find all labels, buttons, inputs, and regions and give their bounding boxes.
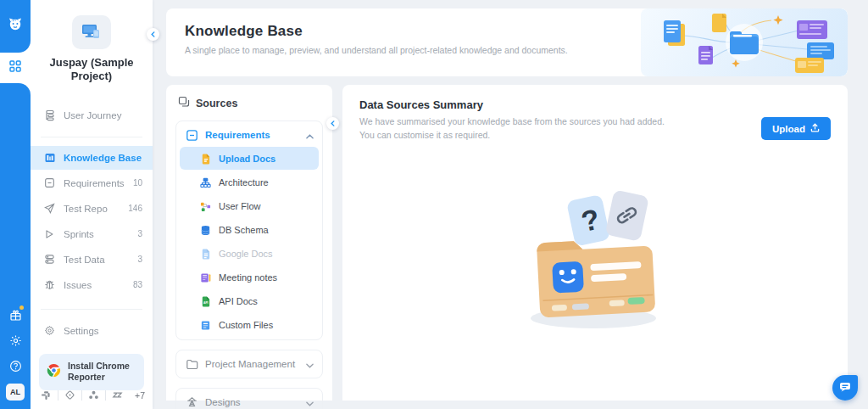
empty-state-illustration: ?	[359, 182, 831, 339]
gear-icon[interactable]	[0, 328, 31, 353]
chevron-down-icon	[306, 356, 314, 372]
project-icon[interactable]	[72, 15, 111, 49]
user-journey-icon	[44, 109, 56, 121]
summary-panel: Data Sources Summary We have summarised …	[342, 85, 848, 401]
asana-icon[interactable]	[82, 386, 105, 404]
grid-icon	[9, 60, 21, 76]
header-illustration	[641, 8, 848, 76]
gear-outline-icon	[44, 325, 56, 337]
upload-icon	[810, 123, 820, 134]
integrations-row: +7	[31, 386, 153, 404]
source-group-requirements: Requirements Upload Docs Architecture	[175, 120, 323, 340]
left-documents	[664, 14, 726, 64]
sidebar-item-requirements[interactable]: Requirements 10	[31, 171, 153, 195]
source-group-project-management: Project Management	[175, 350, 323, 378]
notification-dot	[19, 305, 24, 310]
group-header-requirements[interactable]: Requirements	[180, 124, 319, 146]
pen-tool-icon	[186, 396, 198, 409]
bug-icon	[44, 279, 56, 291]
zendesk-icon[interactable]	[106, 386, 129, 404]
summary-line1: We have summarised your knowledge base f…	[359, 115, 831, 128]
sidebar-item-label: User Journey	[64, 110, 142, 120]
group-header-project-management[interactable]: Project Management	[180, 353, 319, 375]
sidebar-item-sprints[interactable]: Sprints 3	[31, 222, 153, 246]
link-card	[605, 190, 649, 243]
database-blue-icon	[200, 224, 212, 236]
source-item-db-schema[interactable]: DB Schema	[180, 218, 319, 241]
help-icon[interactable]	[0, 353, 31, 378]
page-title: Knowledge Base	[185, 23, 622, 40]
google-docs-icon	[200, 248, 212, 260]
chat-widget-button[interactable]	[832, 375, 858, 401]
question-card: ?	[566, 194, 610, 247]
rail-active-workspace[interactable]	[0, 53, 31, 83]
book-icon	[44, 152, 56, 164]
yellow-doc-icon	[200, 153, 212, 165]
chrome-icon	[47, 363, 61, 381]
count-badge: 83	[133, 280, 142, 289]
flowchart-icon	[200, 176, 212, 188]
sources-panel: Sources Requirements Uploa	[166, 85, 332, 401]
square-minus-blue-icon	[186, 129, 198, 142]
count-badge: 146	[128, 204, 142, 213]
source-item-custom-files[interactable]: Custom Files	[180, 313, 319, 336]
copy-icon	[178, 96, 190, 111]
folder-card	[537, 238, 655, 318]
summary-title: Data Sources Summary	[359, 98, 831, 111]
paper-plane-icon	[44, 203, 56, 215]
project-name: Juspay (Sample Project)	[31, 56, 153, 84]
page-subtitle: A single place to manage, preview, and u…	[185, 45, 622, 55]
source-item-upload-docs[interactable]: Upload Docs	[180, 147, 319, 170]
sidebar-item-knowledge-base[interactable]: Knowledge Base	[31, 146, 153, 170]
install-chrome-reporter-button[interactable]: Install Chrome Reporter	[39, 354, 144, 390]
upload-button[interactable]: Upload	[761, 117, 831, 140]
avatar[interactable]: AL	[6, 384, 25, 401]
slack-icon[interactable]	[35, 386, 58, 404]
user-flow-icon	[200, 200, 212, 212]
chevron-up-icon	[306, 127, 314, 143]
chat-bubble-icon	[839, 380, 851, 395]
sidebar-item-user-journey[interactable]: User Journey	[31, 103, 153, 128]
folder-icon	[186, 358, 198, 371]
sidebar-item-settings[interactable]: Settings	[31, 318, 153, 344]
count-badge: 3	[137, 229, 142, 238]
source-item-user-flow[interactable]: User Flow	[180, 194, 319, 217]
sources-collapse-button[interactable]	[326, 117, 339, 130]
main-content: Knowledge Base A single place to manage,…	[153, 8, 868, 409]
page-header: Knowledge Base A single place to manage,…	[166, 8, 848, 76]
project-sidebar: Juspay (Sample Project) User Journey Kno…	[31, 0, 153, 409]
database-icon	[44, 254, 56, 266]
chevron-down-icon	[306, 395, 314, 409]
source-item-meeting-notes[interactable]: Meeting notes	[180, 266, 319, 289]
play-icon	[44, 228, 56, 240]
sidebar-item-test-data[interactable]: Test Data 3	[31, 248, 153, 272]
divider	[41, 137, 142, 137]
count-badge: 3	[137, 255, 142, 264]
source-item-google-docs[interactable]: Google Docs	[180, 242, 319, 265]
sidebar-collapse-button[interactable]	[147, 28, 159, 41]
api-docs-icon: API	[200, 295, 212, 307]
right-cards	[795, 20, 834, 73]
sidebar-item-label: Knowledge Base	[64, 153, 142, 163]
meeting-notes-icon	[200, 272, 212, 283]
gift-icon[interactable]	[0, 302, 31, 328]
app-rail: AL	[0, 0, 31, 409]
sidebar-item-issues[interactable]: Issues 83	[31, 273, 153, 297]
install-label: Install Chrome Reporter	[68, 361, 136, 384]
integrations-more[interactable]: +7	[129, 390, 148, 401]
count-badge: 10	[133, 178, 142, 188]
source-item-api-docs[interactable]: API API Docs	[180, 289, 319, 312]
summary-line2: You can customise it as required.	[359, 129, 831, 142]
group-header-designs[interactable]: Designs	[180, 391, 319, 409]
center-folder	[730, 31, 759, 54]
rail-top	[0, 0, 31, 53]
source-item-architecture[interactable]: Architecture	[180, 171, 319, 193]
custom-files-icon	[200, 319, 212, 331]
sidebar-nav: Knowledge Base Requirements 10 Test Repo…	[31, 146, 153, 297]
square-minus-icon	[44, 177, 56, 189]
upload-button-label: Upload	[772, 124, 805, 134]
jira-icon[interactable]	[58, 386, 81, 404]
sidebar-item-test-repo[interactable]: Test Repo 146	[31, 197, 153, 221]
sources-title: Sources	[196, 98, 237, 109]
tiger-logo[interactable]	[7, 15, 24, 53]
